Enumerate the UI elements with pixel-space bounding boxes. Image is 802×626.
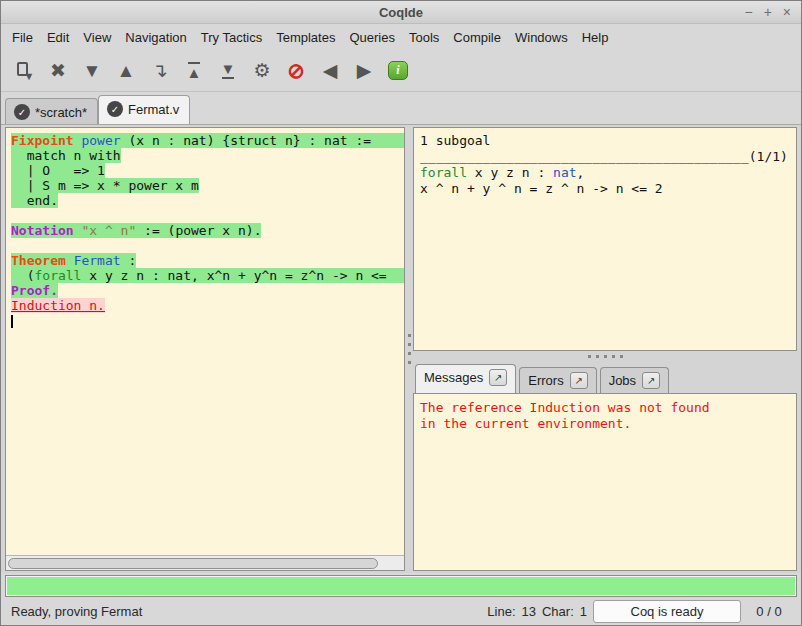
- code-line: Induction n.: [11, 298, 404, 313]
- char-value: 1: [580, 604, 587, 619]
- line-value: 13: [522, 604, 536, 619]
- code-line: [11, 238, 404, 253]
- tab-errors-label: Errors: [528, 373, 563, 388]
- interrupt-icon: ⊘: [287, 60, 305, 81]
- menu-windows[interactable]: Windows: [508, 26, 575, 49]
- code-line: x ^ n + y ^ n = z ^ n -> n <= 2: [420, 181, 796, 197]
- tab-fermat-label: Fermat.v: [128, 102, 179, 117]
- code-line: Notation "x ^ n" := (power x n).: [11, 223, 404, 238]
- menu-tools[interactable]: Tools: [402, 26, 446, 49]
- tab-messages-label: Messages: [424, 370, 483, 385]
- close-buffer-icon: ✖: [50, 61, 66, 80]
- progress-bar-fill: [7, 577, 795, 595]
- toolbar: ▼ ✖ ▼ ▲ ↴ ▲ ▼ ⚙ ⊘: [1, 50, 801, 92]
- code-line: in the current environment.: [420, 416, 796, 432]
- menu-file[interactable]: File: [5, 26, 40, 49]
- code-line: [11, 208, 404, 223]
- close-buffer-button[interactable]: ✖: [41, 54, 75, 88]
- menu-help[interactable]: Help: [575, 26, 616, 49]
- menu-edit[interactable]: Edit: [40, 26, 76, 49]
- minimize-button[interactable]: −: [744, 5, 752, 19]
- popout-arrow-icon: ↗: [494, 372, 502, 383]
- go-to-end-icon: ▼: [221, 61, 236, 81]
- preferences-button[interactable]: ⚙: [245, 54, 279, 88]
- line-label: Line:: [487, 604, 515, 619]
- code-line: (forall x y z n : nat, x^n + y^n = z^n -…: [11, 268, 404, 283]
- char-label: Char:: [542, 604, 574, 619]
- tab-messages[interactable]: Messages ↗: [415, 364, 516, 393]
- code-line: [11, 313, 404, 328]
- next-occurrence-icon: ▶: [357, 61, 372, 80]
- interrupt-button[interactable]: ⊘: [279, 54, 313, 88]
- file-tabbar: ✓ *scratch* ✓ Fermat.v: [1, 92, 801, 124]
- code-line: match n with: [11, 148, 404, 163]
- tab-errors[interactable]: Errors ↗: [519, 367, 596, 393]
- code-line: Fixpoint power (x n : nat) {struct n} : …: [11, 133, 404, 148]
- menu-navigation[interactable]: Navigation: [118, 26, 193, 49]
- about-info-icon: i: [388, 61, 408, 80]
- tab-jobs[interactable]: Jobs ↗: [600, 367, 669, 393]
- previous-occurrence-icon: ◀: [323, 61, 338, 80]
- goals-pane: 1 subgoal_______________________________…: [413, 127, 797, 351]
- code-line: ________________________________________…: [420, 149, 796, 165]
- maximize-button[interactable]: +: [764, 5, 772, 19]
- code-line: 1 subgoal: [420, 133, 796, 149]
- horizontal-splitter-handle[interactable]: [413, 351, 797, 362]
- preferences-gear-icon: ⚙: [253, 61, 270, 80]
- go-to-cursor-icon: ↴: [152, 61, 168, 80]
- messages-area: Messages ↗ Errors ↗ Jobs ↗ The reference…: [413, 362, 797, 571]
- script-editor[interactable]: Fixpoint power (x n : nat) {struct n} : …: [6, 128, 404, 555]
- code-line: | S m => x * power x m: [11, 178, 404, 193]
- detach-errors-button[interactable]: ↗: [570, 372, 588, 389]
- backward-one-command-button[interactable]: ▲: [109, 54, 143, 88]
- statusbar: Ready, proving Fermat Line: 13 Char: 1 C…: [1, 598, 801, 625]
- tab-jobs-label: Jobs: [609, 373, 636, 388]
- forward-one-command-icon: ▼: [83, 61, 102, 80]
- menu-try-tactics[interactable]: Try Tactics: [194, 26, 269, 49]
- tab-check-icon: ✓: [14, 104, 30, 120]
- code-line: Proof.: [11, 283, 404, 298]
- go-to-start-icon: ▲: [187, 61, 202, 81]
- editor-horizontal-scrollbar[interactable]: [6, 555, 404, 570]
- code-line: forall x y z n : nat,: [420, 165, 796, 181]
- popout-arrow-icon: ↗: [647, 375, 655, 386]
- popout-arrow-icon: ↗: [574, 375, 582, 386]
- save-buffer-button[interactable]: ▼: [7, 54, 41, 88]
- code-line: Theorem Fermat :: [11, 253, 404, 268]
- tab-check-icon: ✓: [107, 101, 123, 117]
- job-counter: 0 / 0: [747, 604, 791, 619]
- coqide-window: CoqIde − + × File Edit View Navigation T…: [0, 0, 802, 626]
- coq-state-indicator: Coq is ready: [593, 600, 741, 623]
- titlebar[interactable]: CoqIde − + ×: [1, 1, 801, 24]
- forward-one-command-button[interactable]: ▼: [75, 54, 109, 88]
- scrollbar-thumb[interactable]: [8, 558, 378, 569]
- main-area: Fixpoint power (x n : nat) {struct n} : …: [1, 124, 801, 573]
- vertical-splitter-handle[interactable]: [405, 127, 413, 571]
- status-message: Ready, proving Fermat: [11, 604, 142, 619]
- menu-view[interactable]: View: [76, 26, 118, 49]
- tab-scratch-label: *scratch*: [35, 105, 87, 120]
- go-to-start-button[interactable]: ▲: [177, 54, 211, 88]
- menu-compile[interactable]: Compile: [446, 26, 508, 49]
- menu-templates[interactable]: Templates: [269, 26, 342, 49]
- detach-messages-button[interactable]: ↗: [489, 369, 507, 386]
- messages-pane: The reference Induction was not foundin …: [413, 393, 797, 571]
- tab-scratch[interactable]: ✓ *scratch*: [5, 98, 98, 124]
- script-pane: Fixpoint power (x n : nat) {struct n} : …: [5, 127, 405, 571]
- tab-fermat[interactable]: ✓ Fermat.v: [98, 95, 190, 124]
- backward-one-command-icon: ▲: [117, 61, 136, 80]
- detach-jobs-button[interactable]: ↗: [642, 372, 660, 389]
- about-button[interactable]: i: [381, 54, 415, 88]
- progress-bar: [5, 575, 797, 597]
- messages-tabbar: Messages ↗ Errors ↗ Jobs ↗: [413, 362, 797, 393]
- close-button[interactable]: ×: [783, 5, 791, 19]
- code-line: end.: [11, 193, 404, 208]
- window-title: CoqIde: [1, 5, 801, 20]
- previous-occurrence-button[interactable]: ◀: [313, 54, 347, 88]
- menu-queries[interactable]: Queries: [342, 26, 402, 49]
- go-to-cursor-button[interactable]: ↴: [143, 54, 177, 88]
- right-column: 1 subgoal_______________________________…: [413, 127, 797, 571]
- code-line: The reference Induction was not found: [420, 400, 796, 416]
- next-occurrence-button[interactable]: ▶: [347, 54, 381, 88]
- go-to-end-button[interactable]: ▼: [211, 54, 245, 88]
